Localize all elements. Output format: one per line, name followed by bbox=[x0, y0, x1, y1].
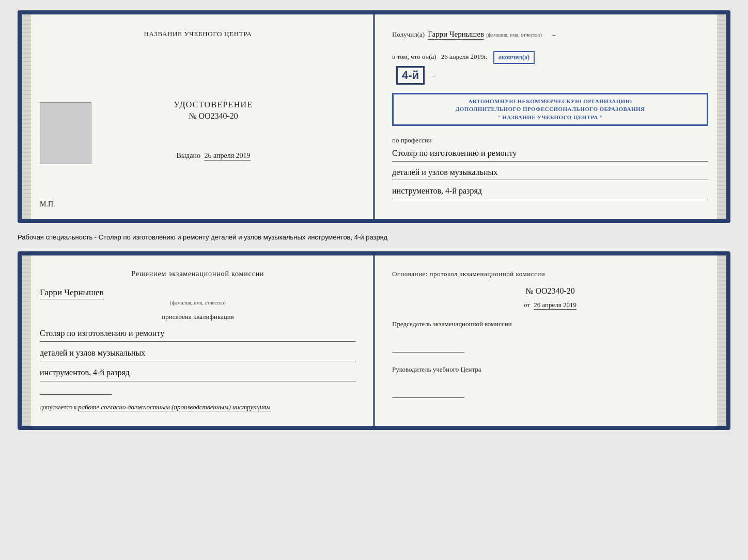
chairman-label: Председатель экзаменационной комиссии bbox=[392, 320, 512, 328]
head-label: Руководитель учебного Центра bbox=[392, 365, 481, 373]
bottom-number: № OO2340-20 bbox=[392, 286, 708, 296]
top-doc-left: НАЗВАНИЕ УЧЕБНОГО ЦЕНТРА УДОСТОВЕРЕНИЕ №… bbox=[22, 14, 374, 219]
top-left-center-title: НАЗВАНИЕ УЧЕБНОГО ЦЕНТРА bbox=[40, 30, 356, 38]
bottom-title: Решением экзаменационной комиссии bbox=[40, 270, 356, 278]
bottom-document: Решением экзаменационной комиссии Гарри … bbox=[18, 251, 730, 430]
prisvoena-label: присвоена квалификация bbox=[40, 313, 356, 321]
photo-placeholder bbox=[40, 102, 91, 164]
head-signature-line bbox=[392, 389, 464, 398]
recipient-name: Гарри Чернышев bbox=[428, 30, 484, 40]
bottom-doc-right: Основание: протокол экзаменационной коми… bbox=[374, 255, 726, 426]
bottom-doc-left: Решением экзаменационной комиссии Гарри … bbox=[22, 255, 374, 426]
poluchil-label: Получил(а) bbox=[392, 30, 425, 39]
bottom-name-block: Гарри Чернышев (фамилия, имя, отчество) bbox=[40, 287, 356, 306]
vydano-date: 26 апреля 2019 bbox=[204, 152, 250, 161]
dopuskaetsya-label: допускается к bbox=[40, 404, 76, 411]
head-block: Руководитель учебного Центра bbox=[392, 365, 708, 398]
chairman-signature-line bbox=[392, 343, 464, 353]
signature-line-left bbox=[40, 386, 112, 395]
vtom-label: в том, что он(а) bbox=[392, 53, 437, 60]
bottom-qual-line1: Столяр по изготовлению и ремонту bbox=[40, 326, 356, 342]
poluchil-line: Получил(а) Гарри Чернышев (фамилия, имя,… bbox=[392, 30, 708, 40]
bottom-date-val: 26 апреля 2019 bbox=[534, 301, 576, 310]
dopuskaetsya-value: работе согласно должностным (производств… bbox=[78, 403, 270, 411]
date-handwritten: 26 апреля 2019г. bbox=[441, 53, 488, 60]
mp-label: М.П. bbox=[40, 200, 55, 209]
vydano-label: Выдано bbox=[176, 152, 200, 159]
top-document: НАЗВАНИЕ УЧЕБНОГО ЦЕНТРА УДОСТОВЕРЕНИЕ №… bbox=[18, 10, 730, 223]
profession-line2: деталей и узлов музыкальных bbox=[392, 166, 708, 181]
year-badge-row: 4-й – bbox=[392, 66, 708, 85]
chairman-block: Председатель экзаменационной комиссии bbox=[392, 319, 708, 353]
dopuskaetsya-block: допускается к работе согласно должностны… bbox=[40, 403, 356, 411]
year-badge: 4-й bbox=[396, 66, 425, 85]
udostoverenie-block: УДОСТОВЕРЕНИЕ № OO2340-20 bbox=[174, 100, 253, 121]
caption-text: Рабочая специальность - Столяр по изгото… bbox=[18, 233, 387, 241]
po-professii-label: по профессии bbox=[392, 136, 708, 145]
stamp-box: АВТОНОМНУЮ НЕКОММЕРЧЕСКУЮ ОРГАНИЗАЦИЮ ДО… bbox=[392, 93, 708, 126]
profession-line1: Столяр по изготовлению и ремонту bbox=[392, 147, 708, 162]
bottom-qual-line3: инструментов, 4-й разряд bbox=[40, 365, 356, 381]
osnov-label: Основание: протокол экзаменационной коми… bbox=[392, 270, 708, 278]
caption-line: Рабочая специальность - Столяр по изгото… bbox=[18, 231, 730, 243]
stamp-line1: АВТОНОМНУЮ НЕКОММЕРЧЕСКУЮ ОРГАНИЗАЦИЮ bbox=[399, 98, 702, 105]
udostoverenie-title: УДОСТОВЕРЕНИЕ bbox=[174, 100, 253, 109]
top-doc-right: Получил(а) Гарри Чернышев (фамилия, имя,… bbox=[374, 14, 726, 219]
bottom-qual-line2: деталей и узлов музыкальных bbox=[40, 346, 356, 361]
ot-label: от bbox=[524, 301, 530, 309]
bottom-name-sub: (фамилия, имя, отчество) bbox=[40, 300, 356, 306]
bottom-date: от 26 апреля 2019 bbox=[392, 301, 708, 309]
udostoverenie-number: № OO2340-20 bbox=[174, 111, 253, 121]
vydano-block: Выдано 26 апреля 2019 bbox=[176, 152, 250, 160]
name-sub-label: (фамилия, имя, отчество) bbox=[486, 32, 542, 38]
bottom-recipient-name: Гарри Чернышев bbox=[40, 287, 104, 299]
okonchil-badge: окончил(а) bbox=[493, 51, 535, 64]
profession-line3: инструментов, 4-й разряд bbox=[392, 184, 708, 199]
stamp-line2: ДОПОЛНИТЕЛЬНОГО ПРОФЕССИОНАЛЬНОГО ОБРАЗО… bbox=[399, 105, 702, 113]
vtom-line: в том, что он(а) 26 апреля 2019г. окончи… bbox=[392, 51, 708, 64]
stamp-line3: " НАЗВАНИЕ УЧЕБНОГО ЦЕНТРА " bbox=[399, 114, 702, 121]
